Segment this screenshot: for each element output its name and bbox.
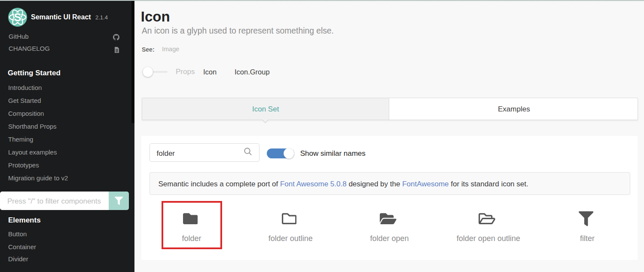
svg-text:S: S	[14, 11, 21, 24]
